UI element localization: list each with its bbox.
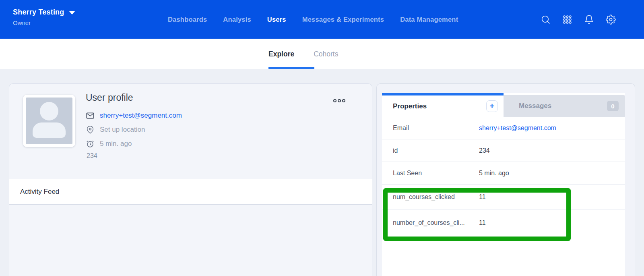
tab-messages-label: Messages [519,102,551,110]
set-up-location-link[interactable]: Set up location [100,126,145,134]
property-value-email-link[interactable]: sherry+test@segment.com [479,125,556,132]
activity-feed-section: Activity Feed [9,179,372,205]
property-row-id: id 234 [382,139,625,162]
property-key: num_courses_clicked [393,193,479,201]
property-value: 5 min. ago [479,170,509,177]
property-key: number_of_courses_cli... [393,219,479,226]
nav-item-analysis[interactable]: Analysis [223,16,251,23]
property-row-last-seen: Last Seen 5 min. ago [382,162,625,185]
primary-nav: Dashboards Analysis Users Messages & Exp… [168,0,458,39]
topbar-actions [541,0,616,39]
tab-properties[interactable]: Properties + [382,93,504,117]
property-value: 234 [479,147,490,154]
chevron-down-icon [69,11,75,15]
property-row-number-of-courses-clicked: number_of_courses_cli... 11 [382,210,625,236]
section-tab-bar: Explore Cohorts [0,39,644,69]
property-key: id [393,147,479,154]
workspace-switcher[interactable]: Sherry Testing Owner [13,8,75,26]
overflow-menu-icon[interactable] [333,99,345,102]
search-icon[interactable] [541,15,551,25]
apps-grid-icon[interactable] [562,15,572,25]
workspace-name[interactable]: Sherry Testing [13,8,64,17]
last-seen-text: 5 min. ago [100,140,132,148]
workspace-role: Owner [13,19,75,26]
property-key: Last Seen [393,170,479,177]
tab-cohorts[interactable]: Cohorts [314,50,338,58]
nav-item-data-management[interactable]: Data Management [400,16,458,23]
profile-email-row: sherry+test@segment.com [86,108,182,122]
location-pin-icon [86,125,95,134]
nav-item-dashboards[interactable]: Dashboards [168,16,207,23]
gear-icon[interactable] [606,15,616,25]
property-row-num-courses-clicked: num_courses_clicked 11 [382,185,625,210]
user-profile-card: User profile sherry+test@segment.com Set… [9,83,372,276]
nav-item-users[interactable]: Users [267,16,286,23]
property-value: 11 [479,219,486,226]
nav-item-messages-experiments[interactable]: Messages & Experiments [302,16,384,23]
property-key: Email [393,125,479,132]
activity-feed-title: Activity Feed [20,188,59,196]
tab-explore[interactable]: Explore [268,50,294,58]
tab-properties-label: Properties [393,102,427,110]
tab-messages[interactable]: Messages 0 [504,95,625,117]
user-id-text: 234 [87,152,97,160]
properties-panel: Properties + Messages 0 Email sherry+tes… [376,83,635,276]
property-row-email: Email sherry+test@segment.com [382,117,625,139]
add-property-button[interactable]: + [486,100,498,112]
page-title: User profile [86,92,133,103]
bell-icon[interactable] [584,15,594,25]
profile-last-seen-row: 5 min. ago [86,137,182,151]
envelope-icon [86,111,95,120]
profile-location-row: Set up location [86,122,182,137]
properties-tab-card: Properties + Messages 0 Email sherry+tes… [382,93,625,276]
active-tab-underline [268,67,314,69]
clock-icon [86,139,95,148]
profile-email-link[interactable]: sherry+test@segment.com [100,112,182,120]
avatar [23,95,75,147]
top-navigation-bar: Sherry Testing Owner Dashboards Analysis… [0,0,644,39]
property-value: 11 [479,193,486,201]
messages-count-badge: 0 [607,101,619,111]
